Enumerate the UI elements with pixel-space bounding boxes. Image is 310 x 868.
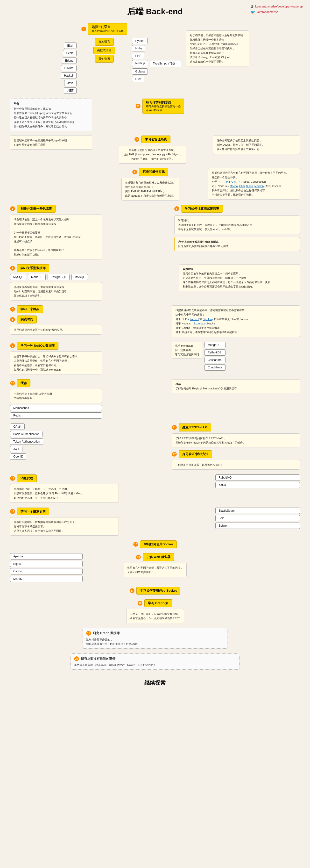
step2-example: 举例 列一些你用到过的命令，比如"ls" 抓取并存储 reddit 的 r/pr… (10, 99, 92, 131)
step3-section: 包管理系统帮助你在应用程序中载入外部依赖， 也能够帮你发布自己的应用 3 学习包… (10, 135, 300, 164)
step2-subtitle: 练习并用你选择的语言写一些 命令行的应用 (146, 104, 181, 112)
step10-number: 10 (10, 381, 15, 385)
step19-note: 19 研究 Graph 数据库 这对排排是不必要的， 但你应该要有一点了解它们提… (82, 628, 228, 649)
step1-subtitle: 有各种各样的语言可供选择 (92, 29, 124, 33)
github-link[interactable]: ⊛ kamranahmedse/developer-roadmap (251, 4, 303, 9)
step12-content: 了解他们之间的差异，以及如何实施它们 (172, 460, 300, 470)
step20-section: 20 所有上面没有提到的事情 虽然这不是必须：静态分析、领域驱动设计、SOAP、… (10, 653, 300, 670)
step8b-content: 使用你选择的框架写一些你在❶ 做的应用。 (10, 325, 102, 335)
step10-title-text: 缓存 (21, 381, 27, 385)
step13-right: RabbitMQ Kafka (215, 474, 300, 488)
content-wrapper: Elixir Scala Erlang Clojure Haskell Java… (10, 23, 300, 694)
github-text: kamranahmedse/developer-roadmap (255, 5, 303, 8)
auth-openid: OpenID (10, 454, 26, 460)
step17-section: 17 学习如何使用Web Socket (10, 587, 300, 594)
write-tests-note: ⑦ 于上面的实践步骤中编写写测试 就尽为前面步骤中的实践任务编写单元测试。 (174, 237, 300, 251)
step3-header: 3 学习包管理系统 (135, 135, 170, 143)
step8b-header: 8 实践时间 (10, 315, 102, 323)
step9-title: 学习一种 NoSQL 数据库 (17, 342, 59, 349)
step13-title: 消息代理 (17, 474, 37, 482)
lang-elixir: Elixir (64, 42, 76, 49)
step14-left: 14 学习一个搜索引擎 随着应用的增长，在数据库的简单查询将不在分开止。 你将不… (10, 507, 119, 536)
step9-number: 9 (10, 343, 15, 348)
step15-number: 15 (133, 542, 138, 547)
step15-title-text: 学到如何使用Docker (144, 542, 173, 547)
step10-note: 缓存 了解如何使用 Regis 或 Memcached 作为应用的缓存 (172, 379, 300, 393)
step7-left: 7 学习关系型数据库 MySQL MariaDB PostgreSQL MSSQ… (10, 264, 102, 301)
step12-title-text: 身分验证/授权方法 (182, 452, 208, 456)
practice-time-note: 实践时间 使用你目前学到的所有内容建立一个简单的应用。 它应该允许注册、登录和浏… (179, 264, 300, 291)
cat-functional: 函数式语言 (94, 46, 115, 54)
step12-header: 12 身分验证/授权方法 (172, 450, 300, 458)
step4-content: 每种语言都有自己的标准，以及最佳实践。 你所选语的语言学习它们。 例如 PHP … (122, 178, 179, 201)
bottom-section: 继续探索 (10, 679, 300, 694)
twitter-text: kamranahmedse (256, 10, 278, 14)
page: ⊛ kamranahmedse/developer-roadmap 🐦 kamr… (0, 0, 310, 868)
search-elasticsearch: ElasticSearch (215, 507, 300, 514)
step14-number: 14 (10, 509, 15, 514)
bottom-title: 继续探索 (144, 680, 166, 686)
step15-section: 15 学到如何使用Docker (10, 540, 300, 548)
step8-section: 8 学习一个框架 8 实践时间 使用你选择的框架写一些你在❶ 做的应用。 (10, 305, 300, 337)
lang-scala: Scala (63, 50, 76, 56)
step1-note: 对于初学者，如果你才刚进入后端开发的领域， 你就该优先选择一个脚本语言 Node… (186, 30, 249, 66)
db-mysql: MySQL (10, 274, 26, 280)
twitter-link[interactable]: 🐦 kamranahmedse (251, 10, 303, 14)
step16-title: 了解 Web 服务器 (143, 553, 174, 561)
step1-number: 1 (81, 27, 86, 31)
lang-erlang: Erlang (62, 58, 77, 64)
auth-oauth: OAuth (10, 424, 25, 430)
step9-title-text: 学习一种 NoSQL 数据库 (21, 344, 55, 348)
step2-title: 练习你学到的东西 练习并用你选择的语言写一些 命令行的应用 (142, 99, 184, 114)
step13-content: 学习消息代理，了解为什么，并选择一个使用。 虽然有很多选项，但我会建议 学习 R… (10, 484, 119, 502)
step9-content: 弄清了解每种的是什么、它们和关系示教库有什么不同、 以及为什么是要记住，这里有几… (10, 351, 102, 374)
step4-center: 4 标准和最佳实践 每种语言都有自己的标准，以及最佳实践。 你所选语的语言学习它… (122, 168, 179, 200)
cache-redis: Redis (10, 412, 102, 418)
step7-number: 7 (10, 266, 15, 271)
step16-title-text: 了解 Web 服务器 (146, 555, 170, 559)
step19-title-text: 研究 Graph 数据库 (93, 630, 120, 636)
auth-token: Token Authentication (10, 438, 43, 445)
step14-header: 14 学习一个搜索引擎 (10, 507, 119, 515)
step11-number: 11 (172, 425, 177, 430)
step20-header: 20 所有上面没有提到的事情 (74, 656, 236, 661)
step16-number: 16 (136, 555, 141, 559)
nosql-couchbase: Couchbase (205, 364, 226, 371)
step18-header: 18 学习 GraphQL (138, 599, 172, 607)
broker-kafka: Kafka (215, 482, 300, 488)
step16-content: 这里有几个不同的选项，看看这些不同的选项， 了解它们的差异和细节。 (124, 563, 186, 577)
step3-title: 学习包管理系统 (141, 135, 170, 143)
db-mssql: MSSQL (71, 274, 88, 280)
step8a-number: 8 (10, 307, 15, 312)
step14-content: 随着应用的增长，在数据库的简单查询将不在分开止。 你将不得不求助搜索引擎。 这里… (10, 517, 119, 535)
header-links: ⊛ kamranahmedse/developer-roadmap 🐦 kamr… (251, 4, 303, 14)
step14-right: ElasticSearch Solr Sphinx (215, 507, 300, 529)
step7-title-text: 学习关系型数据库 (21, 266, 46, 270)
step3-center: 3 学习包管理系统 学会如何使用所你选语言的包管理系统。 比如 PHP 的 co… (119, 135, 186, 164)
step7-header: 7 学习关系型数据库 (10, 264, 102, 272)
step7-right: 实践时间 使用你目前学到的所有内容建立一个简单的应用。 它应该允许注册、登录和浏… (179, 264, 300, 291)
step3-left: 包管理系统帮助你在应用程序中载入外部依赖， 也能够帮你发布自己的应用 (10, 135, 92, 150)
step20-note: 20 所有上面没有提到的事情 虽然这不是必须：静态分析、领域驱动设计、SOAP、… (70, 653, 240, 670)
lang-dotnet: .NET (64, 88, 76, 94)
search-sphinx: Sphinx (215, 523, 300, 529)
step18-center: 18 学习 GraphQL 虽然这不是必须的，但请能与地空客观化， 看看它是什么… (126, 599, 184, 623)
step4-header: 4 标准和最佳实践 (132, 168, 168, 176)
step10-right: 缓存 了解如何使用 Regis 或 Memcached 作为应用的缓存 (172, 379, 300, 393)
lang-typescript: TypeScript（可选） (150, 60, 181, 67)
twitter-icon: 🐦 (251, 10, 255, 14)
step11-title: 建立 RESTful API (179, 424, 211, 431)
auth-section: OAuth Basic Authentication Token Authent… (10, 424, 300, 470)
step9-nosql-note: 先学 MongoDB 但一定要看看 它与其他选项的不同 (172, 342, 202, 358)
step7-section: 7 学习关系型数据库 MySQL MariaDB PostgreSQL MSSQ… (10, 264, 300, 301)
step14-title-text: 学习一个搜索引擎 (21, 509, 46, 514)
step2-title-text: 练习你学到的东西 (146, 100, 181, 104)
step4-title: 标准和最佳实践 (139, 168, 168, 176)
step3-right: 请务必阅读关于信息安全的最佳实践， 阅读 OWASP 指南，并了解不同问题的。 … (213, 135, 300, 154)
right-languages: Python Ruby PHP Node.js TypeScript（可选） G… (132, 38, 181, 82)
step19-header: 19 研究 Graph 数据库 (86, 630, 224, 636)
step17-number: 17 (130, 588, 135, 593)
step13-number: 13 (10, 476, 15, 481)
nosql-note-text: 先学 MongoDB 但一定要看看 它与其他选项的不同 (172, 342, 202, 358)
step15-header: 15 学到如何使用Docker (133, 540, 177, 548)
